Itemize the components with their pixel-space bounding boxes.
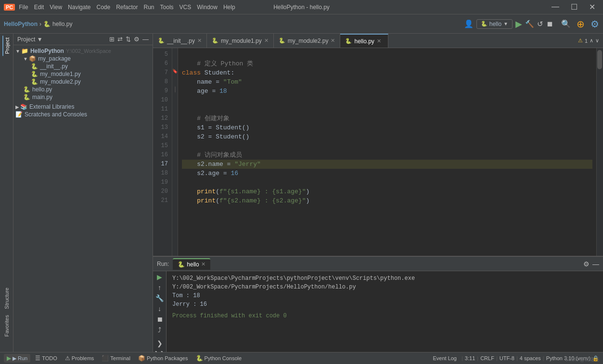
tree-item-scratches[interactable]: 📝 Scratches and Consoles — [13, 111, 153, 118]
build-button[interactable]: 🔨 — [525, 20, 534, 28]
minimize-button[interactable]: — — [548, 2, 563, 12]
tree-item-init[interactable]: 🐍 __init__.py — [13, 63, 153, 70]
tree-item-mypackage[interactable]: ▼ 📦 my_package — [13, 55, 153, 63]
warning-nav-down[interactable]: ∨ — [595, 38, 599, 44]
search-button[interactable]: 🔍 — [561, 19, 571, 28]
breadcrumb-file[interactable]: hello.py — [52, 21, 72, 27]
run-config-btn[interactable]: 🐍 hello ▼ — [476, 19, 513, 29]
expand-icon[interactable]: ❯ — [157, 339, 163, 347]
status-bar: ▶ ▶ Run ☰ TODO ⚠ Problems ⬛ Terminal 📦 P… — [0, 352, 603, 364]
run-config-arrow: ▼ — [503, 21, 508, 26]
tab-label: hello.py — [354, 38, 374, 45]
sidebar-item-structure[interactable]: Structure — [3, 286, 11, 311]
python-console-btn[interactable]: 🐍 Python Console — [193, 354, 245, 363]
close-button[interactable]: ✕ — [585, 2, 599, 12]
terminal-btn[interactable]: ⬛ Terminal — [99, 354, 133, 363]
menu-edit[interactable]: Edit — [34, 4, 44, 11]
tree-item-main[interactable]: 🐍 main.py — [13, 93, 153, 101]
redirect-icon[interactable]: ⤴ — [158, 326, 161, 334]
tab-close-icon[interactable]: ✕ — [331, 38, 335, 44]
bookmark-gutter: 🔖 — [172, 48, 178, 256]
menu-help[interactable]: Help — [223, 4, 235, 11]
warning-nav-up[interactable]: ∧ — [590, 38, 593, 44]
menu-window[interactable]: Window — [197, 4, 218, 11]
run-play-icon[interactable]: ▶ — [157, 273, 162, 281]
status-sep-1: | — [462, 355, 463, 361]
add-config-button[interactable]: ⊕ — [577, 18, 585, 30]
tab-close-icon[interactable]: ✕ — [197, 38, 202, 44]
line-num: 14 — [155, 132, 168, 141]
play-button[interactable]: ▶ — [515, 19, 522, 29]
menu-tools[interactable]: Tools — [160, 4, 174, 11]
run-tab-hello[interactable]: 🐍 hello ✕ — [173, 258, 210, 270]
locate-file-icon[interactable]: ⊞ — [109, 36, 115, 43]
run-settings-icon[interactable]: 🔧 — [155, 294, 164, 302]
tab-module1[interactable]: 🐍 my_module1.py ✕ — [207, 34, 274, 48]
scroll-to-icon[interactable]: ⇄ — [117, 36, 123, 43]
sort-icon[interactable]: ⇅ — [126, 36, 131, 43]
code-line-11 — [182, 105, 592, 114]
todo-btn[interactable]: ☰ TODO — [32, 354, 60, 363]
tab-close-icon[interactable]: ✕ — [377, 38, 381, 44]
sidebar-item-favorites[interactable]: Favorites — [3, 313, 11, 339]
line-num: 15 — [155, 141, 168, 151]
terminal-icon: ⬛ — [102, 355, 109, 362]
menu-file[interactable]: File — [19, 4, 28, 11]
menu-refactor[interactable]: Refactor — [116, 4, 138, 11]
scroll-up-icon[interactable]: ↑ — [158, 284, 161, 291]
project-dropdown[interactable]: Project ▼ — [17, 36, 43, 43]
tree-item-hello[interactable]: 🐍 hello.py — [13, 86, 153, 93]
tree-item-hellopython[interactable]: ▼ 📁 HelloPython Y:\002_WorkSpace — [13, 47, 153, 55]
line-separator[interactable]: CRLF — [480, 355, 494, 361]
menu-view[interactable]: View — [50, 4, 62, 11]
bookmark-icon[interactable]: 🔖 — [172, 69, 178, 74]
bottom-panel: Run: 🐍 hello ✕ ⚙ — ▶ ↑ � — [153, 256, 603, 352]
bottom-settings-icon[interactable]: ⚙ — [583, 260, 590, 268]
run-btn[interactable]: ▶ ▶ Run — [4, 354, 30, 363]
encoding-status[interactable]: UTF-8 — [500, 355, 514, 361]
tab-icon: 🐍 — [279, 38, 285, 44]
scroll-down-icon[interactable]: ↓ — [158, 305, 161, 313]
menu-navigate[interactable]: Navigate — [68, 4, 90, 11]
tree-item-module2[interactable]: 🐍 my_module2.py — [13, 78, 153, 86]
tab-init[interactable]: 🐍 __init__.py ✕ — [153, 34, 207, 48]
code-area[interactable]: # 定义 Python 类 class Student: name = "Tom… — [178, 48, 596, 256]
code-line-13: s1 = Student() — [182, 123, 592, 132]
rerun-button[interactable]: ↺ — [537, 20, 543, 28]
code-line-15 — [182, 141, 592, 151]
watermark: CSDN @韩曙亮 — [565, 356, 599, 363]
maximize-button[interactable]: ☐ — [567, 2, 581, 12]
code-line-16: # 访问对象成员 — [182, 151, 592, 160]
run-tab-close[interactable]: ✕ — [201, 261, 205, 267]
python-packages-btn[interactable]: 📦 Python Packages — [135, 354, 191, 363]
cursor-position[interactable]: 3:11 — [465, 355, 475, 361]
code-line-7: class Student: — [182, 68, 592, 77]
menu-code[interactable]: Code — [96, 4, 110, 11]
problems-btn[interactable]: ⚠ Problems — [62, 354, 97, 363]
run-config-icon: 🐍 — [481, 21, 488, 27]
bottom-close-icon[interactable]: — — [592, 260, 599, 268]
tab-hello[interactable]: 🐍 hello.py ✕ — [340, 34, 388, 48]
indent-status[interactable]: 4 spaces — [520, 355, 541, 361]
app-logo: PC — [4, 4, 15, 11]
tree-item-module1[interactable]: 🐍 my_module1.py — [13, 70, 153, 78]
warning-count: 1 — [585, 38, 588, 44]
editor-tabs: 🐍 __init__.py ✕ 🐍 my_module1.py ✕ 🐍 my_m… — [153, 34, 603, 48]
sidebar-item-project[interactable]: Project — [2, 36, 11, 56]
stop-run-icon[interactable]: ⏹ — [156, 315, 163, 323]
tab-close-icon[interactable]: ✕ — [264, 38, 269, 44]
tree-item-extlibs[interactable]: ▶ 📚 External Libraries — [13, 103, 153, 111]
gutter-scrollbar[interactable] — [597, 50, 602, 69]
event-log-btn[interactable]: Event Log — [430, 354, 460, 362]
collapse-icon[interactable]: — — [142, 36, 149, 43]
breadcrumb-project[interactable]: HelloPython — [4, 21, 38, 27]
menu-run[interactable]: Run — [144, 4, 154, 11]
settings-button[interactable]: ⚙ — [590, 18, 599, 30]
settings-gear-icon[interactable]: ⚙ — [134, 36, 140, 43]
tab-module2[interactable]: 🐍 my_module2.py ✕ — [274, 34, 341, 48]
menu-vcs[interactable]: VCS — [180, 4, 192, 11]
run-label: Run: — [157, 261, 169, 267]
vcs-icon[interactable]: 👤 — [464, 19, 474, 28]
stop-button[interactable]: ⏹ — [546, 20, 553, 28]
project-path: Y:\002_WorkSpace — [66, 48, 111, 54]
